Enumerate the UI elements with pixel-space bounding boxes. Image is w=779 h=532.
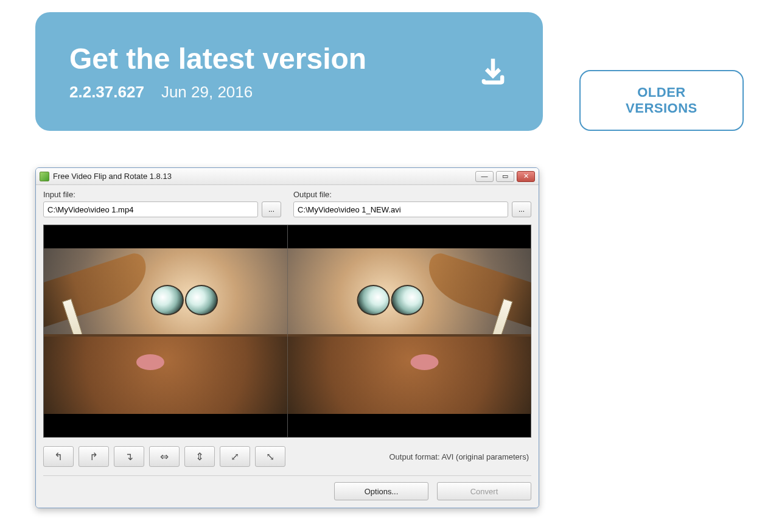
rotate-cw-90-icon[interactable]: ↰ [43,446,74,467]
download-icon [477,55,509,89]
titlebar: Free Video Flip and Rotate 1.8.13 — ▭ ✕ [36,168,539,185]
download-version: 2.2.37.627 [69,83,144,102]
output-format-label: Output format: AVI (original parameters) [389,452,531,461]
flip-horizontal-icon[interactable]: ⇔ [149,446,180,467]
options-button[interactable]: Options... [334,482,428,500]
convert-button[interactable]: Convert [437,482,531,500]
input-browse-button[interactable]: ... [262,201,281,217]
output-file-field[interactable] [293,201,508,217]
rotate-ccw-90-icon[interactable]: ↱ [79,446,109,467]
input-file-label: Input file: [43,190,281,199]
download-date: Jun 29, 2016 [161,83,253,102]
input-preview [44,225,287,437]
download-title: Get the latest version [69,42,366,75]
maximize-button[interactable]: ▭ [496,171,514,182]
video-preview [43,225,531,438]
output-preview [287,225,531,437]
rotate-180-icon[interactable]: ↴ [114,446,144,467]
minimize-button[interactable]: — [475,171,494,182]
flip-diagonal-1-icon[interactable]: ⤢ [220,446,250,467]
input-file-field[interactable] [43,201,258,217]
flip-vertical-icon[interactable]: ⇕ [184,446,215,467]
app-icon [40,172,49,181]
separator [43,475,531,476]
flip-diagonal-2-icon[interactable]: ⤡ [255,446,285,467]
app-title: Free Video Flip and Rotate 1.8.13 [53,172,172,181]
app-window: Free Video Flip and Rotate 1.8.13 — ▭ ✕ … [35,167,539,508]
output-browse-button[interactable]: ... [512,201,531,217]
close-button[interactable]: ✕ [517,171,535,182]
download-latest-card[interactable]: Get the latest version 2.2.37.627 Jun 29… [35,12,543,131]
older-versions-button[interactable]: OLDER VERSIONS [579,70,744,131]
output-file-label: Output file: [293,190,531,199]
